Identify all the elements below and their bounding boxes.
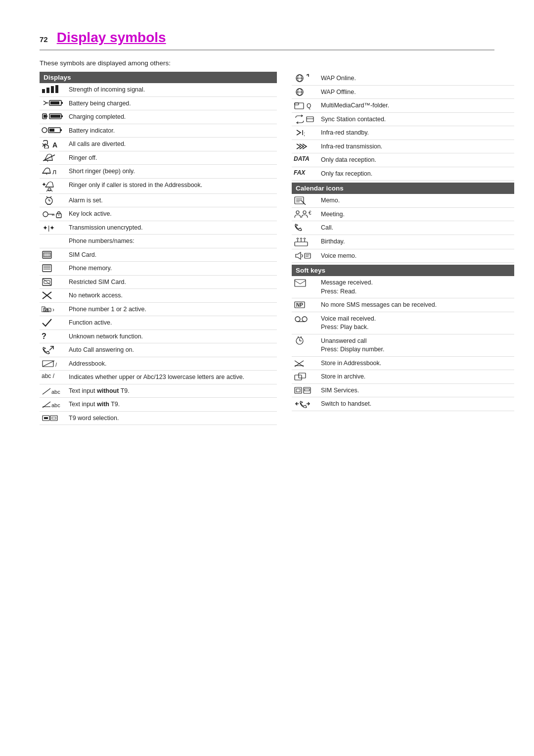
list-item: Function active. [40,316,277,330]
svg-rect-2 [51,86,54,93]
text-input-with-t9-desc: Text input with T9. [69,400,275,409]
unanswered-call-desc: Unanswered callPress: Display number. [321,336,512,354]
svg-rect-16 [60,129,62,131]
svg-text:Q: Q [307,102,311,109]
svg-point-109 [295,317,300,322]
switch-handset-icon [294,399,321,408]
memo-icon [294,196,321,205]
multimedia-card-desc: MultiMediaCard™-folder. [321,101,512,110]
svg-rect-17 [49,129,54,132]
ringer-addressbook-desc: Ringer only if caller is stored in the A… [69,181,275,190]
svg-rect-40 [56,214,61,218]
switch-handset-desc: Switch to handset. [321,399,512,409]
list-item: Auto Call answering on. [40,343,277,357]
short-ringer-desc: Short ringer (beep) only. [69,167,275,176]
svg-rect-120 [295,375,302,380]
text-input-without-t9-icon: abc [42,386,69,395]
list-item: Ringer off. [40,151,277,165]
sim-card-icon [42,250,69,259]
list-item: abc Text input without T9. [40,384,277,398]
svg-point-110 [302,317,307,322]
svg-rect-6 [61,102,63,104]
displays-section-header: Displays [40,72,277,83]
intro-text: These symbols are displayed among others… [40,59,494,67]
list-item: WAP Offline. [292,86,514,99]
store-archive-desc: Store in archive. [321,372,512,381]
infrared-standby-desc: Infra-red standby. [321,128,512,138]
list-item: Phone numbers/names: [40,235,277,248]
phone-number-active-icon: › [42,305,69,314]
list-item: Phone memory. [40,262,277,276]
wap-online-desc: WAP Online. [321,74,512,83]
store-archive-icon [294,372,321,381]
list-item: Store in archive. [292,370,514,384]
svg-line-115 [298,336,299,337]
svg-rect-125 [305,389,310,391]
list-item: Memo. [292,194,514,208]
charging-completed-desc: Charging completed. [69,112,275,122]
sim-services-desc: SIM Services. [321,386,512,395]
multimedia-card-icon: Q [294,101,321,110]
svg-rect-1 [46,88,49,93]
no-sms-desc: No more SMS messages can be received. [321,300,512,310]
wap-offline-desc: WAP Offline. [321,88,512,97]
list-item: Sync Station contacted. [292,113,514,127]
sim-services-icon [294,386,321,395]
message-received-icon [294,278,321,287]
text-input-with-t9-icon: abc [42,400,69,409]
abc-icon: abc / [42,373,69,379]
list-item: Call. [292,221,514,235]
voicemail-icon [294,314,321,323]
svg-rect-74 [52,417,56,419]
auto-call-icon [42,345,69,354]
store-addressbook-icon [294,359,321,368]
store-addressbook-desc: Store in Addressbook. [321,359,512,368]
list-item: T9 word selection. [40,412,277,425]
sync-station-icon [294,115,321,124]
voice-memo-desc: Voice memo. [321,251,512,261]
list-item: Unanswered callPress: Display number. [292,334,514,357]
list-item: ✦|✦ Transmission unencrypted. [40,221,277,235]
voice-memo-icon [294,251,321,260]
list-item: FAX Only fax reception. [292,167,514,181]
unknown-network-icon: ? [42,332,69,341]
short-ringer-icon: л [42,167,69,176]
data-only-icon: DATA [294,155,321,162]
svg-text:abc: abc [51,389,60,395]
list-item: л Short ringer (beep) only. [40,165,277,179]
svg-line-66 [43,388,50,394]
page-title: Display symbols [57,30,166,46]
transmission-desc: Transmission unencrypted. [69,223,275,233]
voicemail-desc: Voice mail received.Press: Play back. [321,314,512,332]
svg-rect-9 [46,115,47,117]
svg-line-62 [49,346,53,350]
svg-rect-121 [299,373,306,378]
svg-text:€: € [309,210,312,216]
ringer-addressbook-icon: ✦ [42,181,69,191]
svg-rect-0 [42,89,45,93]
ringer-off-icon [42,153,69,162]
birthday-icon [294,237,321,247]
svg-rect-122 [295,387,302,393]
list-item: DATA Only data reception. [292,153,514,167]
list-item: Alarm is set. [40,194,277,208]
softkeys-section-header: Soft keys [292,265,514,276]
call-desc: Call. [321,223,512,233]
signal-icon [42,85,69,93]
function-active-icon [42,318,69,327]
battery-indicator-icon [42,126,69,134]
wap-offline-icon [294,88,321,96]
page-number: 72 [40,35,48,44]
page: 72 Display symbols These symbols are dis… [0,0,534,756]
text-input-without-t9-desc: Text input without T9. [69,386,275,396]
svg-rect-84 [295,103,299,105]
infrared-transmission-desc: Infra-red transmission. [321,142,512,151]
list-item: Infra-red transmission. [292,140,514,154]
right-column: WAP Online. WAP Offline. [277,72,514,411]
svg-rect-10 [44,115,46,118]
calendar-section-header: Calendar icons [292,183,514,194]
svg-rect-73 [50,416,57,421]
alarm-desc: Alarm is set. [69,196,275,205]
list-item: WAP Online. [292,72,514,86]
list-item: NP No more SMS messages can be received. [292,298,514,312]
